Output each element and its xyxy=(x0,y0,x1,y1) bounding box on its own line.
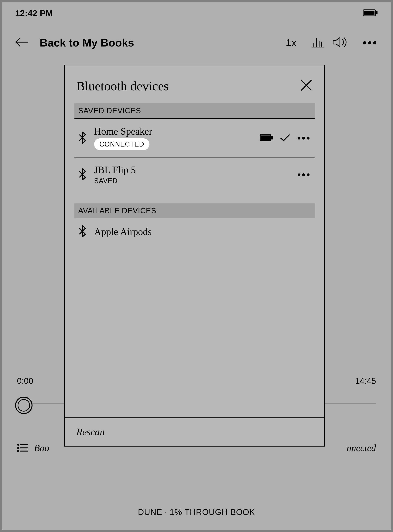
status-bar: 12:42 PM xyxy=(2,2,391,25)
more-icon[interactable]: ••• xyxy=(363,36,378,49)
chapters-button[interactable]: Boo xyxy=(17,443,49,453)
device-name: Apple Airpods xyxy=(94,226,311,237)
svg-rect-20 xyxy=(271,136,272,139)
close-icon[interactable] xyxy=(300,79,313,93)
scrubber-thumb[interactable] xyxy=(15,397,33,414)
device-status-badge: CONNECTED xyxy=(94,138,149,150)
device-row[interactable]: JBL Flip 5 SAVED ••• xyxy=(74,158,315,192)
svg-marker-9 xyxy=(333,38,340,47)
footer-progress: DUNE · 1% THROUGH BOOK xyxy=(2,507,391,517)
player-toolbar: Back to My Books 1x ••• xyxy=(2,30,391,55)
battery-icon xyxy=(363,9,378,18)
available-devices-header: AVAILABLE DEVICES xyxy=(74,203,315,218)
status-time: 12:42 PM xyxy=(15,8,53,18)
device-battery-icon xyxy=(260,134,273,142)
svg-point-14 xyxy=(18,451,19,452)
remaining-time: 14:45 xyxy=(355,376,376,386)
bluetooth-icon xyxy=(78,168,87,181)
back-label[interactable]: Back to My Books xyxy=(40,36,134,49)
connected-check-icon xyxy=(280,134,290,143)
dialog-title: Bluetooth devices xyxy=(76,79,169,94)
saved-devices-header: SAVED DEVICES xyxy=(74,103,315,119)
svg-point-10 xyxy=(18,444,19,445)
playback-speed[interactable]: 1x xyxy=(286,37,296,48)
stats-icon[interactable] xyxy=(312,36,325,49)
elapsed-time: 0:00 xyxy=(17,376,33,386)
device-status: SAVED xyxy=(94,177,118,185)
device-row[interactable]: Home Speaker CONNECTED ••• xyxy=(74,119,315,158)
bluetooth-dialog: Bluetooth devices SAVED DEVICES Home Spe… xyxy=(64,65,325,447)
device-more-icon[interactable]: ••• xyxy=(297,169,311,180)
svg-rect-19 xyxy=(261,136,270,139)
volume-icon[interactable] xyxy=(332,36,349,49)
device-name: Home Speaker xyxy=(94,126,252,137)
svg-point-12 xyxy=(18,447,19,448)
rescan-button[interactable]: Rescan xyxy=(76,426,313,438)
device-more-icon[interactable]: ••• xyxy=(297,132,311,144)
device-name: JBL Flip 5 xyxy=(94,164,290,175)
bluetooth-icon xyxy=(78,132,87,144)
svg-rect-2 xyxy=(376,11,378,14)
chapter-right-text: nnected xyxy=(347,443,376,453)
chapter-left-text: Boo xyxy=(34,443,49,453)
back-arrow-icon[interactable] xyxy=(15,36,28,49)
bluetooth-icon xyxy=(78,225,87,238)
svg-rect-1 xyxy=(364,11,374,15)
device-row[interactable]: Apple Airpods xyxy=(74,218,315,245)
